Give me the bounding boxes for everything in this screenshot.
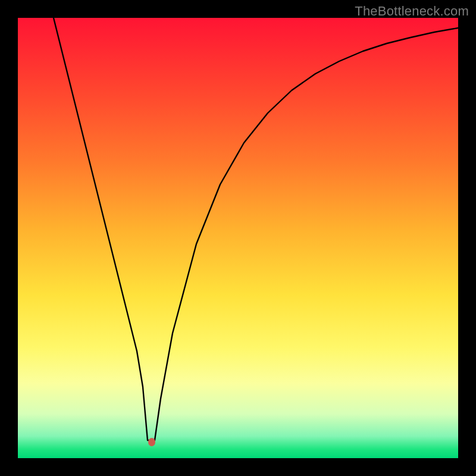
watermark-text: TheBottleneck.com bbox=[355, 4, 469, 19]
chart-plot-area bbox=[18, 18, 458, 458]
optimum-marker bbox=[148, 438, 155, 446]
